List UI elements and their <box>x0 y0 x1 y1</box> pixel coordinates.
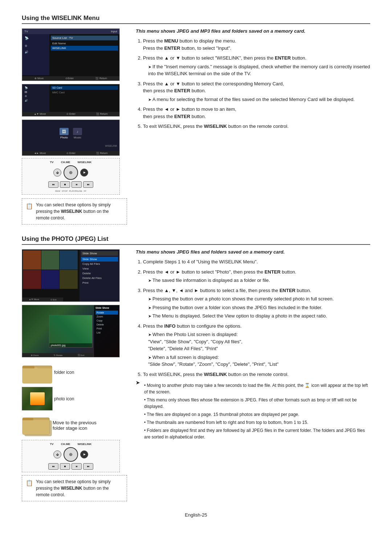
btn-dpad[interactable]: ⊕ <box>64 165 78 180</box>
step-2: Press the ▲ or ▼ button to select "WISEL… <box>143 54 370 77</box>
step-2-sub-1: If the "Insert memory cards." message is… <box>148 63 370 77</box>
photo-step-2-subs: The saved file information is displayed … <box>143 277 370 284</box>
btn2-play-pause[interactable]: ⏯ <box>72 463 82 470</box>
input-label: Input <box>111 30 117 33</box>
wiselink-steps: Press the MENU button to display the men… <box>136 37 370 130</box>
tv-s2-main-item: SD Card <box>51 86 118 90</box>
slide-menu-item-3: View <box>81 266 118 271</box>
wiselink-title: Using the WISELINK Menu <box>22 15 370 24</box>
folder-stage-icon-row: Move to the previous folder stage icon <box>22 413 127 437</box>
btn-stop[interactable]: ⏹ <box>60 181 70 188</box>
label-stop: STOP <box>62 190 68 192</box>
label-rew: REW <box>55 190 60 192</box>
tv-label: TV <box>24 30 28 33</box>
wiselink-note-box: 📋 You can select these options by simply… <box>22 198 127 224</box>
nav-enter: ⊙Enter <box>65 77 74 80</box>
thumb-3 <box>60 250 78 270</box>
step-1: Press the MENU button to display the men… <box>143 37 370 52</box>
btn-power[interactable]: ⏻ <box>53 169 61 177</box>
folder-icon-svg <box>22 360 53 384</box>
tv-s2-sub-item: MMC Card <box>51 90 118 94</box>
tv-s2-item1: 📡 <box>24 86 48 90</box>
pl-nav-move: ▲▼ Move <box>29 298 39 301</box>
slideshow-photo-inner: photo001.jpg <box>49 315 93 348</box>
step-2-subs: If the "Insert memory cards." message is… <box>143 63 370 77</box>
bullet-1: Moving to another photo may take a few s… <box>144 382 370 395</box>
wiselink-intro: This menu shows JPEG and MP3 files and f… <box>136 28 370 34</box>
tv-s2-bottombar: ▲▼ Move ⊙ Enter ⬛ Return <box>22 112 119 116</box>
tv-screen-2-sidebar: 📡 🖼 ⚙ 🔊 <box>22 84 49 116</box>
label-play-pause: PLAY/PAUSE <box>69 190 82 192</box>
note-icon-2: 📋 <box>26 479 33 488</box>
thumb-6 <box>60 270 78 289</box>
photo-list-screen: Slide Show Slide Show Copy All Files Vie… <box>22 249 120 302</box>
remote2-chme-label: CH.ME <box>61 442 70 446</box>
photo-step-4-subs: When the Photo List screen is displayed:… <box>143 331 370 368</box>
btn2-ff[interactable]: ⏭ <box>83 463 93 470</box>
photo-s3-sub-2: Pressing the button over a folder icon s… <box>148 304 370 311</box>
btn2-stop[interactable]: ⏹ <box>60 463 70 470</box>
remote-wiselink-label: WISELINK <box>77 161 91 164</box>
remote-tv-label: TV <box>50 161 53 164</box>
menu-item-edit: Edit Name <box>51 41 118 46</box>
s2-nav-enter: ⊙ Enter <box>66 113 75 116</box>
ss-menu-delete: Delete <box>95 323 118 327</box>
btn2-enter[interactable]: ▶ <box>80 450 88 458</box>
remote-inner-1: TV CH.ME WISELINK ⏻ ⊕ ▶ ⏮ ⏹ ⏯ ⏭ <box>24 161 117 192</box>
btn-ff[interactable]: ⏭ <box>83 181 93 188</box>
svg-rect-2 <box>23 366 34 368</box>
folder-icon-label: folder icon <box>54 370 74 375</box>
tv-main-1: Source List : TV Edit Name WISELINK <box>49 34 119 75</box>
photo-step-3-subs: Pressing the button over a photo icon sh… <box>143 295 370 320</box>
remote-transport-row: ⏮ ⏹ ⏯ ⏭ <box>48 181 93 188</box>
wiselink-content: TV Input 📡 ⚙ <box>22 28 370 224</box>
tv-screen-2-main: SD Card MMC Card <box>49 84 119 116</box>
tv-s3-bottombar: ◄► Move ⊙ Enter ⬛ Return <box>22 151 119 155</box>
photo-icon-flower <box>30 392 45 405</box>
s3-nav-move: ◄► Move <box>34 152 46 155</box>
ss-menu-copy: Copy <box>95 319 118 323</box>
bullet-notes: Moving to another photo may take a few s… <box>141 382 370 442</box>
remote-chme-label: CH.ME <box>61 161 70 164</box>
btn-rew[interactable]: ⏮ <box>48 181 58 188</box>
ss-menu-zoom: Zoom <box>95 315 118 319</box>
thumb-1 <box>23 250 41 270</box>
folder-icon-container <box>22 360 53 384</box>
wiselink-left-col: TV Input 📡 ⚙ <box>22 28 127 224</box>
slide-menu-item-1: Slide Show <box>81 257 118 262</box>
btn2-rew[interactable]: ⏮ <box>48 463 58 470</box>
photo-s4-sub-2: When a full screen is displayed: "Slide … <box>148 354 370 368</box>
tv-screen-1: TV Input 📡 ⚙ <box>22 28 120 81</box>
arrow-note-icon: ➤ <box>136 380 140 385</box>
wiselink-note-text: You can select these options by simply p… <box>36 202 123 221</box>
slideshow-bottombar: ⊕ Zoom ↻ Rotate ⬛ Exit <box>22 353 93 357</box>
tv-s2-item2: 🖼 <box>24 90 48 94</box>
photo-section-title: Using the PHOTO (JPEG) List <box>22 235 370 245</box>
menu-item-wiselink: WISELINK <box>51 46 118 50</box>
thumb-2 <box>41 250 60 270</box>
tv-s2-item4: 🔊 <box>24 98 48 103</box>
arrow-note-row: ➤ Moving to another photo may take a few… <box>136 381 370 442</box>
slide-menu-title: Slide Show <box>81 251 118 256</box>
pl-nav-enter: ⊙ Exit <box>50 298 57 301</box>
photo-note-text: You can select these options by simply p… <box>36 478 123 498</box>
page-number: English-25 <box>22 512 370 518</box>
photo-section: Using the PHOTO (JPEG) List Slide <box>22 235 370 501</box>
wiselink-right-col: This menu shows JPEG and MP3 files and f… <box>136 28 370 224</box>
photo-step-5: To exit WISELINK, press the WISELINK but… <box>143 371 370 378</box>
sidebar-item-5: 🔊 <box>24 50 48 54</box>
btn2-power[interactable]: ⏻ <box>53 450 61 458</box>
slideshow-menu: Slide Show Rotate Zoom Copy Delete Print… <box>94 305 119 357</box>
step-3-subs: A menu for selecting the format of the f… <box>143 96 370 103</box>
svg-rect-1 <box>23 368 52 383</box>
remote-buttons-main: ⏻ ⊕ ▶ <box>53 165 88 180</box>
btn-enter[interactable]: ▶ <box>80 169 88 177</box>
thumb-5 <box>41 270 60 289</box>
slide-menu-item-2: Copy All Files <box>81 262 118 266</box>
photo-option-icon: 🖼 <box>60 128 69 135</box>
note-icon-1: 📋 <box>26 202 33 211</box>
btn2-dpad[interactable]: ⊕ <box>64 447 78 462</box>
ss-nav-exit: ⬛ Exit <box>78 354 85 356</box>
btn-play-pause[interactable]: ⏯ <box>72 181 82 188</box>
photo-step-1: Complete Steps 1 to 4 of "Using the WISE… <box>143 258 370 266</box>
